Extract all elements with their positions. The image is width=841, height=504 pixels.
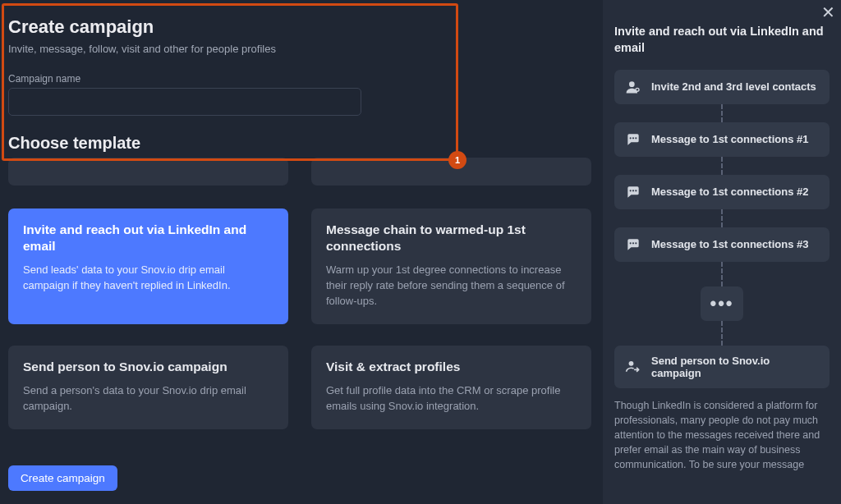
chat-icon <box>625 184 641 200</box>
template-desc: Send leads' data to your Snov.io drip em… <box>23 263 273 294</box>
flow-connector <box>721 209 723 227</box>
flow-step-message-3[interactable]: Message to 1st connections #3 <box>614 227 830 262</box>
flow-step-label: Message to 1st connections #2 <box>651 186 808 198</box>
template-title: Visit & extract profiles <box>326 359 577 375</box>
template-card-placeholder[interactable] <box>311 158 591 186</box>
svg-point-11 <box>629 361 634 366</box>
person-plus-icon <box>625 79 641 95</box>
flow-step-message-1[interactable]: Message to 1st connections #1 <box>614 122 830 157</box>
flow-connector <box>721 104 723 122</box>
template-desc: Get full profile data into the CRM or sc… <box>326 383 577 415</box>
template-card-invite-reach-out[interactable]: Invite and reach out via LinkedIn and em… <box>8 208 288 324</box>
svg-point-4 <box>635 137 636 139</box>
flow-connector <box>721 157 723 175</box>
template-card-message-chain[interactable]: Message chain to warmed-up 1st connectio… <box>311 208 591 324</box>
flow-step-label: Message to 1st connections #3 <box>651 238 808 250</box>
template-desc: Warm up your 1st degree connections to i… <box>326 263 577 309</box>
flow-step-send-snovio[interactable]: Send person to Snov.io campaign <box>614 346 830 388</box>
campaign-name-input[interactable] <box>8 88 361 116</box>
choose-template-title: Choose template <box>8 134 590 153</box>
svg-point-0 <box>629 81 635 87</box>
flow-step-label: Message to 1st connections #1 <box>651 133 808 145</box>
campaign-name-label: Campaign name <box>8 73 590 85</box>
create-campaign-button[interactable]: Create campaign <box>8 465 117 491</box>
page-subtitle: Invite, message, follow, visit and other… <box>8 43 590 55</box>
svg-point-9 <box>632 242 634 244</box>
chat-icon <box>625 131 641 148</box>
flow-step-label: Invite 2nd and 3rd level contacts <box>651 80 816 93</box>
svg-point-2 <box>630 137 632 139</box>
template-desc: Send a person's data to your Snov.io dri… <box>23 383 273 415</box>
close-icon[interactable]: ✕ <box>821 4 835 21</box>
template-card-placeholder[interactable] <box>8 158 288 186</box>
preview-title: Invite and reach out via LinkedIn and em… <box>614 23 830 57</box>
svg-point-5 <box>630 190 632 191</box>
template-card-send-snovio[interactable]: Send person to Snov.io campaign Send a p… <box>8 346 288 429</box>
svg-point-3 <box>632 137 634 139</box>
svg-point-7 <box>635 190 636 191</box>
svg-point-10 <box>635 242 636 244</box>
template-title: Send person to Snov.io campaign <box>23 359 273 375</box>
template-title: Invite and reach out via LinkedIn and em… <box>23 222 273 254</box>
send-arrow-icon <box>625 359 641 375</box>
preview-note: Though LinkedIn is considered a platform… <box>614 398 830 473</box>
svg-point-6 <box>632 190 634 191</box>
flow-ellipsis[interactable]: ••• <box>701 286 743 321</box>
template-title: Message chain to warmed-up 1st connectio… <box>326 222 577 254</box>
svg-point-8 <box>630 242 632 244</box>
flow-step-message-2[interactable]: Message to 1st connections #2 <box>614 175 830 209</box>
flow-step-invite[interactable]: Invite 2nd and 3rd level contacts <box>614 70 830 104</box>
page-title: Create campaign <box>8 16 590 38</box>
flow-connector <box>721 321 723 346</box>
flow-connector <box>721 262 723 286</box>
chat-icon <box>625 236 641 253</box>
template-card-visit-extract[interactable]: Visit & extract profiles Get full profil… <box>311 346 591 429</box>
flow-step-label: Send person to Snov.io campaign <box>651 355 819 379</box>
